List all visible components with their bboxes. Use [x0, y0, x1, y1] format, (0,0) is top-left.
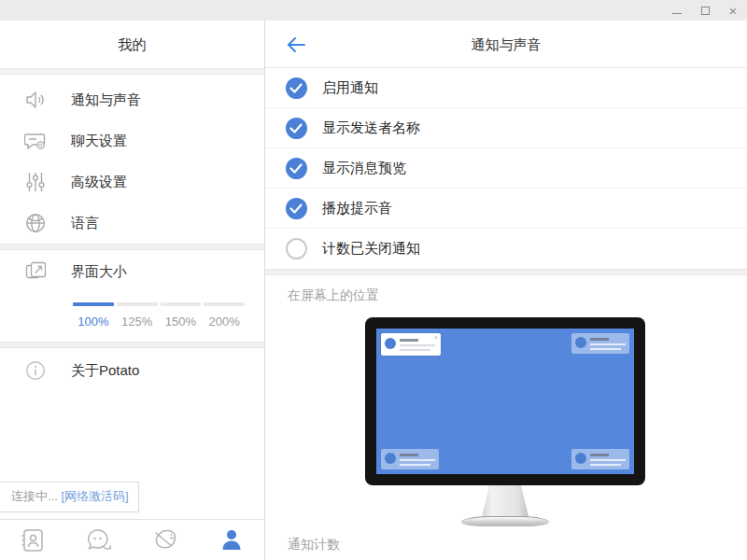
nav-chats[interactable]: [66, 520, 133, 560]
profile-icon: [219, 527, 244, 553]
notification-text-line: [590, 459, 626, 461]
notification-title-line: [590, 454, 609, 456]
notification-text-line: [590, 464, 621, 466]
panel-title: 通知与声音: [265, 21, 747, 68]
toggle-show-sender-name[interactable]: 显示发送者名称: [265, 108, 747, 148]
connecting-text: 连接中...: [11, 489, 58, 503]
toggle-count-muted-notifications[interactable]: 计数已关闭通知: [265, 229, 747, 269]
monitor-bezel: ×: [365, 317, 645, 485]
info-icon: [24, 359, 47, 382]
nav-contacts[interactable]: [0, 520, 66, 560]
notification-text-line: [400, 344, 435, 346]
resize-icon: [24, 260, 47, 283]
settings-menu: 通知与声音 聊天设置 高级设置: [0, 75, 264, 244]
panel-header: 通知与声音: [265, 21, 747, 68]
settings-sidebar: 我的 通知与声音 聊天设置: [0, 21, 265, 560]
notification-text-line: [590, 343, 626, 345]
contacts-icon: [21, 527, 45, 553]
maximize-icon: [701, 7, 710, 15]
monitor-stand: [472, 485, 538, 517]
close-icon: ×: [729, 4, 738, 18]
notification-avatar: [575, 337, 586, 348]
toggle-play-sound[interactable]: 播放提示音: [265, 189, 747, 229]
sidebar-item-about[interactable]: 关于Potato: [0, 350, 264, 391]
divider: [0, 68, 264, 75]
notification-title-line: [400, 339, 418, 342]
notification-count-label: 通知计数: [288, 537, 340, 553]
checkbox-icon: [286, 238, 307, 259]
close-button[interactable]: ×: [719, 0, 747, 21]
sidebar-item-advanced-settings[interactable]: 高级设置: [0, 161, 264, 203]
scale-option[interactable]: 150%: [161, 315, 202, 329]
notification-text-line: [590, 348, 621, 350]
position-section-label: 在屏幕上的位置: [288, 287, 747, 304]
scale-option[interactable]: 200%: [204, 315, 245, 329]
connection-status-tooltip: 连接中... [网络激活码]: [0, 482, 139, 512]
notification-title-line: [400, 454, 418, 456]
scale-option[interactable]: 125%: [117, 315, 158, 329]
interface-size-label: 界面大小: [71, 263, 127, 281]
position-option-top-right[interactable]: [571, 333, 629, 354]
scale-segment-125[interactable]: [117, 302, 158, 306]
scale-segment-150[interactable]: [161, 302, 202, 306]
toggle-enable-notifications[interactable]: 启用通知: [265, 68, 747, 108]
minimize-button[interactable]: [663, 0, 691, 21]
checkbox-icon: [286, 77, 307, 99]
checkbox-icon: [286, 118, 307, 139]
notification-close-icon: ×: [434, 334, 438, 341]
sliders-icon: [24, 171, 47, 193]
chats-icon: [85, 527, 113, 553]
position-option-bottom-left[interactable]: [381, 449, 439, 469]
back-button[interactable]: [284, 33, 308, 57]
notifications-panel: 通知与声音 启用通知 显示发送者名称 显示消息预览 播放提示音: [265, 21, 747, 560]
scale-segment-100[interactable]: [73, 302, 114, 306]
scale-option[interactable]: 100%: [73, 315, 114, 329]
sidebar-item-notifications[interactable]: 通知与声音: [0, 79, 264, 120]
notification-avatar: [575, 453, 586, 464]
sidebar-title: 我的: [0, 21, 264, 68]
nav-profile[interactable]: [198, 520, 264, 560]
monitor-base: [461, 516, 549, 526]
toggle-label: 显示消息预览: [322, 160, 406, 177]
scale-selector: 100% 125% 150% 200%: [73, 302, 245, 329]
sidebar-item-label: 高级设置: [71, 174, 127, 191]
position-option-top-left[interactable]: ×: [381, 333, 441, 356]
notification-text-line: [400, 459, 435, 461]
bottom-nav: [0, 519, 264, 560]
sidebar-item-label: 聊天设置: [71, 133, 127, 150]
toggle-list: 启用通知 显示发送者名称 显示消息预览 播放提示音 计数已关闭通知: [265, 68, 747, 269]
toggle-label: 播放提示音: [322, 200, 392, 217]
chat-settings-icon: [24, 130, 47, 152]
toggle-label: 启用通知: [322, 79, 378, 97]
about-label: 关于Potato: [71, 362, 139, 380]
toggle-show-message-preview[interactable]: 显示消息预览: [265, 148, 747, 189]
position-option-bottom-right[interactable]: [571, 449, 629, 469]
potato-settings-window: × 我的 通知与声音 聊天设置: [0, 0, 747, 560]
minimize-icon: [672, 13, 682, 14]
interface-size-row: 界面大小: [0, 252, 264, 291]
network-activation-link[interactable]: [网络激活码]: [61, 489, 128, 503]
window-titlebar: ×: [0, 0, 747, 21]
toggle-label: 显示发送者名称: [322, 119, 420, 137]
sidebar-item-language[interactable]: 语言: [0, 203, 264, 244]
screen-position-picker: ×: [365, 317, 647, 528]
discover-icon: [151, 527, 179, 553]
scale-bar: [73, 302, 245, 306]
notification-title-line: [590, 338, 609, 341]
toggle-label: 计数已关闭通知: [322, 240, 420, 258]
nav-discover[interactable]: [133, 520, 199, 560]
notification-text-line: [400, 464, 430, 466]
divider: [0, 244, 264, 250]
scale-segment-200[interactable]: [204, 302, 245, 306]
notification-avatar: [385, 453, 396, 464]
sidebar-item-chat-settings[interactable]: 聊天设置: [0, 120, 264, 161]
back-arrow-icon: [286, 36, 306, 53]
monitor-screen: ×: [376, 329, 634, 474]
divider: [0, 342, 264, 348]
checkbox-icon: [286, 198, 307, 219]
checkbox-icon: [286, 158, 307, 179]
scale-labels: 100% 125% 150% 200%: [73, 315, 245, 329]
divider: [265, 269, 747, 275]
sidebar-item-label: 通知与声音: [71, 91, 141, 109]
maximize-button[interactable]: [691, 0, 719, 21]
